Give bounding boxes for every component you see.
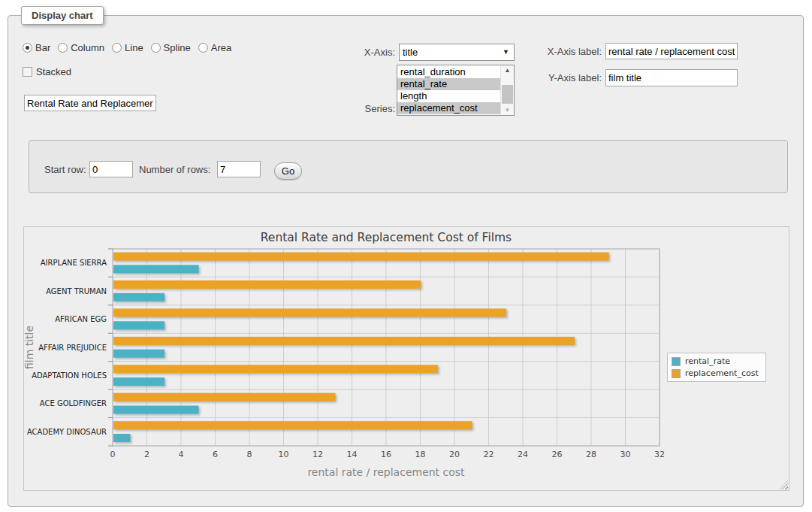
radio-label: Line (125, 42, 143, 53)
bar-replacement_cost (113, 309, 506, 317)
x-tick-label: 4 (179, 450, 184, 459)
x-tick-label: 16 (381, 450, 391, 459)
bar-replacement_cost (113, 253, 609, 261)
rows-panel: Start row: Number of rows: Go (29, 140, 788, 193)
stacked-option[interactable]: Stacked (23, 66, 71, 77)
bar-rental_rate (113, 293, 165, 301)
bar-replacement_cost (113, 393, 336, 401)
series-options: rental_durationrental_ratelengthreplacem… (397, 65, 500, 115)
series-label: Series: (324, 103, 395, 114)
category-label: AGENT TRUMAN (46, 287, 107, 295)
bar-rental_rate (113, 350, 165, 358)
radio-label: Bar (35, 42, 50, 53)
radio-icon[interactable] (151, 43, 161, 53)
start-row-label: Start row: (44, 164, 86, 175)
x-axis-label-input[interactable] (605, 43, 738, 59)
bar-rental_rate (113, 265, 199, 273)
x-axis-select[interactable]: title ▼ (399, 44, 515, 61)
x-tick-label: 2 (144, 450, 149, 459)
chart-title-input[interactable] (24, 95, 156, 111)
chart-container: AIRPLANE SIERRAAGENT TRUMANAFRICAN EGGAF… (23, 226, 789, 491)
num-rows-label: Number of rows: (139, 164, 210, 175)
radio-label: Spline (164, 42, 191, 53)
num-rows-input[interactable] (217, 161, 261, 177)
category-label: ACADEMY DINOSAUR (27, 428, 107, 436)
bar-rental_rate (113, 377, 165, 386)
x-axis-label-field-label: X-Axis label: (530, 46, 602, 57)
series-option-rental_duration[interactable]: rental_duration (397, 66, 500, 78)
x-tick-label: 28 (586, 450, 596, 459)
series-scrollbar[interactable]: ▲ ▼ (500, 65, 514, 115)
panel-legend-title: Display chart (21, 6, 104, 25)
category-label: ADAPTATION HOLES (32, 371, 107, 380)
radio-label: Column (71, 42, 104, 53)
chevron-down-icon: ▼ (503, 49, 509, 56)
chart-legend: rental_ratereplacement_cost (667, 353, 766, 382)
category-label: ACE GOLDFINGER (40, 399, 107, 407)
x-tick-label: 14 (347, 450, 358, 459)
series-option-length[interactable]: length (397, 90, 500, 102)
start-row-input[interactable] (89, 161, 133, 177)
legend-item-replacement_cost: replacement_cost (672, 368, 759, 378)
radio-icon[interactable] (198, 43, 208, 53)
radio-icon[interactable] (23, 43, 32, 53)
legend-swatch (672, 369, 681, 378)
bar-replacement_cost (113, 365, 438, 373)
x-axis-label: X-Axis: (324, 47, 395, 58)
stacked-checkbox[interactable] (23, 67, 32, 77)
bar-replacement_cost (113, 337, 575, 345)
chart-xlabel: rental rate / replacement cost (307, 466, 465, 478)
radio-icon[interactable] (112, 43, 122, 53)
chart-ylabel: film title (24, 326, 35, 369)
y-axis-label-input[interactable] (605, 69, 738, 86)
x-axis-selected-value: title (403, 47, 418, 58)
display-chart-panel: Display chart BarColumnLineSplineArea St… (8, 15, 804, 507)
chart-type-option-bar[interactable]: Bar (23, 42, 50, 53)
series-listbox[interactable]: rental_durationrental_ratelengthreplacem… (397, 65, 515, 116)
bar-replacement_cost (113, 280, 421, 289)
chart-type-option-line[interactable]: Line (112, 42, 143, 53)
x-tick-label: 18 (415, 450, 426, 459)
radio-icon[interactable] (58, 43, 68, 53)
legend-label: replacement_cost (685, 368, 759, 378)
chart-title: Rental Rate and Replacement Cost of Film… (261, 231, 512, 244)
bar-replacement_cost (113, 421, 472, 429)
scrollbar-thumb[interactable] (502, 85, 513, 104)
chart-type-option-area[interactable]: Area (198, 42, 231, 53)
bar-rental_rate (113, 406, 199, 414)
go-button[interactable]: Go (274, 162, 302, 180)
chart-type-option-column[interactable]: Column (58, 42, 104, 53)
x-tick-label: 22 (484, 450, 494, 459)
chart-type-option-spline[interactable]: Spline (151, 42, 191, 53)
x-tick-label: 0 (110, 450, 116, 459)
radio-label: Area (211, 42, 231, 53)
y-axis-label-field-label: Y-Axis label: (530, 72, 602, 83)
legend-item-rental_rate: rental_rate (672, 356, 759, 366)
bar-rental_rate (113, 434, 131, 442)
x-tick-label: 32 (654, 450, 665, 459)
x-tick-label: 6 (213, 450, 218, 459)
scroll-down-icon[interactable]: ▼ (501, 105, 514, 115)
series-option-replacement_cost[interactable]: replacement_cost (397, 102, 500, 114)
chart-type-group: BarColumnLineSplineArea (23, 42, 231, 53)
x-tick-label: 20 (449, 450, 460, 459)
scroll-up-icon[interactable]: ▲ (501, 65, 514, 75)
x-tick-label: 12 (312, 450, 323, 459)
series-option-rental_rate[interactable]: rental_rate (397, 78, 500, 90)
legend-label: rental_rate (685, 356, 730, 366)
x-tick-label: 30 (620, 450, 631, 459)
legend-swatch (672, 357, 681, 366)
x-tick-label: 24 (518, 450, 528, 459)
bar-rental_rate (113, 321, 165, 329)
stacked-label: Stacked (36, 66, 71, 77)
x-tick-label: 10 (279, 450, 289, 459)
category-label: AIRPLANE SIERRA (41, 259, 107, 267)
category-label: AFRICAN EGG (55, 315, 107, 323)
x-tick-label: 8 (247, 450, 252, 459)
x-tick-label: 26 (552, 450, 563, 459)
category-label: AFFAIR PREJUDICE (38, 344, 107, 352)
